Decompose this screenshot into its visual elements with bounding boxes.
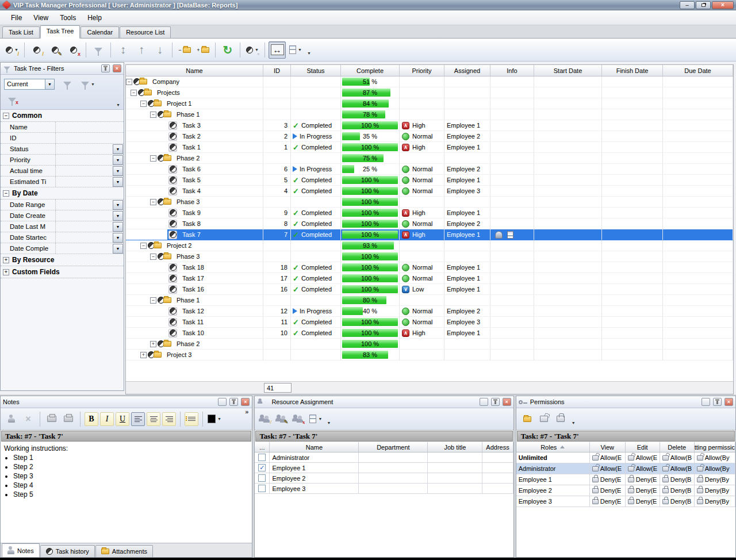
- resource-checkbox[interactable]: [258, 474, 266, 482]
- filter-field-input[interactable]: [56, 200, 113, 210]
- column-header-info[interactable]: Info: [490, 65, 534, 76]
- expand-all-button[interactable]: +: [194, 41, 212, 59]
- resource-column-header[interactable]: ...: [255, 442, 270, 452]
- tree-row[interactable]: Task 1616✓Completed100 %∨LowEmployee 1: [126, 284, 733, 295]
- tree-row[interactable]: −Phase 3100 %: [126, 251, 733, 262]
- expand-toggle[interactable]: +: [150, 341, 156, 347]
- delete-task-button[interactable]: x: [65, 41, 82, 59]
- resource-row[interactable]: Administrator: [255, 452, 513, 463]
- restore-panel-button[interactable]: [218, 398, 227, 406]
- notes-close-button[interactable]: ×: [241, 398, 250, 406]
- restore-button[interactable]: [696, 1, 711, 9]
- tree-row[interactable]: +Phase 2100 %: [126, 339, 733, 350]
- filter-field-input[interactable]: [56, 210, 113, 221]
- filter-section-header[interactable]: −By Date: [1, 187, 124, 200]
- resource-checkbox[interactable]: [258, 454, 266, 461]
- filter-section-header[interactable]: +By Resource: [1, 254, 124, 266]
- tab-task-tree[interactable]: Task Tree: [40, 25, 80, 39]
- tree-row[interactable]: Task 1111✓Completed100 %NormalEmployee 3: [126, 317, 733, 328]
- resource-column-header[interactable]: Department: [359, 442, 428, 452]
- note-delete-button[interactable]: ×: [21, 412, 36, 427]
- restore-panel-button[interactable]: [480, 398, 488, 406]
- filter-field-input[interactable]: [56, 166, 113, 176]
- tree-row[interactable]: Task 1717✓Completed100 %NormalEmployee 1: [126, 273, 733, 284]
- column-header-name[interactable]: Name: [126, 65, 263, 76]
- permissions-column-header[interactable]: tting permissic: [695, 442, 735, 452]
- expand-toggle[interactable]: −: [126, 79, 132, 85]
- tree-row[interactable]: Task 99✓Completed100 %∧HighEmployee 1: [126, 208, 733, 218]
- allow-permission-button[interactable]: [536, 412, 551, 427]
- permission-cell[interactable]: Deny(By: [695, 485, 735, 496]
- edit-task-button[interactable]: ✎: [47, 41, 64, 59]
- resource-row[interactable]: Employee 3: [255, 484, 513, 494]
- bottom-tab-attachments[interactable]: Attachments: [95, 545, 153, 557]
- filter-field-input[interactable]: [56, 155, 113, 165]
- filter-section-header[interactable]: +Custom Fields: [1, 266, 124, 278]
- column-header-due-date[interactable]: Due Date: [663, 65, 733, 76]
- pin-button[interactable]: [713, 398, 722, 406]
- expand-collapse-button[interactable]: ↕: [114, 41, 132, 59]
- menu-tools[interactable]: Tools: [55, 12, 81, 24]
- permissions-column-header[interactable]: View: [590, 442, 626, 452]
- print-preview-button[interactable]: [44, 412, 59, 427]
- permission-row[interactable]: Employee 1Deny(EDeny(EDeny(BDeny(By: [516, 474, 735, 485]
- permissions-column-header[interactable]: Edit: [626, 442, 660, 452]
- permission-cell[interactable]: Allow(E: [626, 452, 660, 463]
- details-icon[interactable]: [507, 231, 513, 239]
- tree-row[interactable]: Task 33✓Completed100 %∧HighEmployee 1: [126, 120, 733, 131]
- resource-checkbox[interactable]: ✓: [258, 464, 266, 471]
- expand-toggle-icon[interactable]: +: [3, 257, 9, 263]
- duplicate-task-button[interactable]: ▫▼: [244, 41, 261, 59]
- close-button[interactable]: ×: [712, 1, 734, 9]
- permissions-column-header[interactable]: Roles: [516, 442, 590, 452]
- assign-resources-button[interactable]: /: [258, 412, 273, 427]
- chevron-down-icon[interactable]: ▼: [45, 79, 54, 89]
- resource-column-header[interactable]: Job title: [428, 442, 482, 452]
- chevron-down-icon[interactable]: ▼: [113, 211, 123, 221]
- permission-cell[interactable]: Deny(E: [590, 474, 626, 485]
- permissions-column-header[interactable]: Delete: [660, 442, 695, 452]
- filter-overflow-icon[interactable]: ▼: [116, 103, 120, 107]
- unassign-resources-button[interactable]: x: [292, 412, 306, 427]
- refresh-button[interactable]: ↻: [219, 41, 236, 59]
- new-task-button[interactable]: /▼: [3, 41, 21, 59]
- assignment-report-button[interactable]: ▼: [308, 412, 323, 427]
- tree-row[interactable]: Task 77✓Completed100 %∧HighEmployee 1: [126, 229, 733, 240]
- restore-panel-button[interactable]: [702, 398, 710, 406]
- column-header-id[interactable]: ID: [263, 65, 291, 76]
- expand-toggle[interactable]: −: [150, 199, 156, 205]
- filter-field-input[interactable]: [56, 122, 124, 132]
- print-button[interactable]: [61, 412, 76, 427]
- resource-row[interactable]: Employee 2: [255, 473, 513, 484]
- tree-row[interactable]: −Phase 275 %: [126, 153, 733, 164]
- permission-row[interactable]: UnlimitedAllow(EAllow(EAllow(BAllow(By: [516, 452, 735, 463]
- permission-cell[interactable]: Allow(E: [590, 452, 626, 463]
- tree-row[interactable]: Task 88✓Completed100 %NormalEmployee 2: [126, 218, 733, 229]
- expand-toggle-icon[interactable]: −: [3, 190, 9, 197]
- minimize-button[interactable]: –: [680, 1, 695, 9]
- expand-toggle[interactable]: −: [150, 297, 156, 304]
- filter-close-button[interactable]: ×: [113, 64, 121, 72]
- permission-cell[interactable]: Allow(B: [660, 463, 695, 474]
- permissions-close-button[interactable]: ×: [724, 398, 733, 406]
- tree-row[interactable]: −Company51 %: [126, 76, 733, 87]
- clear-filter-button[interactable]: x: [4, 93, 20, 107]
- pin-button[interactable]: [491, 398, 500, 406]
- menu-file[interactable]: File: [6, 12, 27, 24]
- save-filter-button[interactable]: ▼: [80, 77, 96, 91]
- tree-row[interactable]: −Projects87 %: [126, 87, 733, 98]
- fit-columns-button[interactable]: ↔: [269, 41, 286, 59]
- resource-column-header[interactable]: Name: [270, 442, 359, 452]
- chevron-down-icon[interactable]: ▼: [113, 233, 123, 243]
- permission-cell[interactable]: Allow(By: [695, 463, 735, 474]
- permission-cell[interactable]: Deny(By: [695, 474, 735, 485]
- filter-field-input[interactable]: [56, 177, 113, 187]
- toolbar-overflow-icon[interactable]: ▼: [307, 51, 311, 55]
- expand-toggle-icon[interactable]: +: [3, 269, 9, 275]
- permission-row[interactable]: Employee 3Deny(EDeny(EDeny(BDeny(By: [516, 496, 735, 507]
- expand-toggle[interactable]: −: [150, 155, 156, 162]
- permission-cell[interactable]: Deny(B: [660, 496, 695, 507]
- edit-assignment-button[interactable]: ✎: [275, 412, 290, 427]
- tree-row[interactable]: Task 66In Progress25 %NormalEmployee 2: [126, 164, 733, 175]
- column-header-start-date[interactable]: Start Date: [534, 65, 602, 76]
